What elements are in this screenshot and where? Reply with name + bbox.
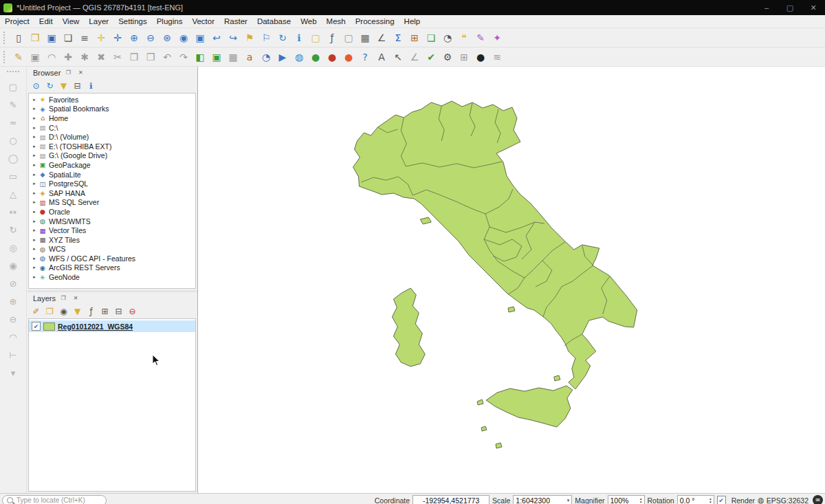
- spinner-arrows-icon[interactable]: ▴ ▾: [710, 497, 712, 504]
- zoom-to-selection-button[interactable]: ◉: [175, 30, 192, 46]
- spatial-bookmarks-browser-item[interactable]: ▸ ◈ Spatial Bookmarks: [29, 105, 195, 114]
- delete-part-button[interactable]: ⊖: [5, 311, 21, 327]
- expand-arrow-icon[interactable]: ▸: [31, 106, 38, 111]
- drive-e-browser-item[interactable]: ▸ ▤ E:\ (TOSHIBA EXT): [29, 142, 195, 151]
- browser-collapse-all-button[interactable]: ⊟: [71, 79, 84, 92]
- layers-close-icon[interactable]: ✕: [71, 294, 80, 303]
- sap-hana-browser-item[interactable]: ▸ ◈ SAP HANA: [29, 188, 195, 198]
- oracle-browser-item[interactable]: ▸ ● Oracle: [29, 207, 195, 217]
- redo-button[interactable]: ↷: [175, 49, 192, 65]
- drive-d-browser-item[interactable]: ▸ ▤ D:\ (Volume): [29, 132, 195, 142]
- wfs-browser-item[interactable]: ▸ ◍ WFS / OGC API - Features: [29, 254, 195, 263]
- fill-ring-button[interactable]: ◉: [5, 257, 21, 274]
- copy-features-button[interactable]: ❐: [126, 49, 142, 65]
- expand-arrow-icon[interactable]: ▸: [31, 237, 38, 243]
- processing-menu[interactable]: Processing: [351, 15, 399, 28]
- add-ellipse-button[interactable]: ◯: [5, 150, 21, 166]
- xyz-tiles-browser-item[interactable]: ▸ ▦ XYZ Tiles: [29, 235, 195, 245]
- toolbar-handle[interactable]: [3, 51, 8, 63]
- collapse-all-button[interactable]: ⊟: [112, 305, 125, 318]
- expand-arrow-icon[interactable]: ▸: [31, 199, 38, 205]
- move-feature-button[interactable]: ↔: [5, 204, 21, 220]
- home-browser-item[interactable]: ▸ ⌂ Home: [29, 113, 195, 123]
- layer-menu[interactable]: Layer: [84, 15, 113, 28]
- expand-arrow-icon[interactable]: ▸: [31, 246, 38, 252]
- select-by-expression-button[interactable]: ƒ: [324, 30, 340, 46]
- layer-labeling-button[interactable]: a: [241, 49, 258, 65]
- zoom-last-button[interactable]: ↩: [208, 30, 225, 46]
- offset-curve-button[interactable]: ≋: [489, 49, 505, 65]
- delete-ring-button[interactable]: ⊘: [5, 275, 21, 292]
- add-rectangle-button[interactable]: ▭: [5, 168, 21, 184]
- check-geometries-button[interactable]: ✔: [423, 49, 439, 65]
- mesh-menu[interactable]: Mesh: [322, 15, 351, 28]
- expand-arrow-icon[interactable]: ▸: [31, 209, 38, 215]
- open-attribute-table-button[interactable]: ▦: [357, 30, 373, 46]
- favorites-browser-item[interactable]: ▸ ★ Favorites: [29, 95, 195, 105]
- close-button[interactable]: ✕: [802, 0, 825, 15]
- undo-button[interactable]: ↶: [159, 49, 175, 65]
- browser-close-icon[interactable]: ✕: [76, 68, 85, 77]
- add-circle-button[interactable]: ○: [5, 132, 21, 149]
- plugin-red-button[interactable]: ●: [324, 49, 340, 65]
- maximize-button[interactable]: ▢: [778, 0, 802, 15]
- spatialite-browser-item[interactable]: ▸ ◆ SpatiaLite: [29, 170, 195, 179]
- add-feature-button[interactable]: ✚: [60, 49, 76, 65]
- layers-float-icon[interactable]: ❐: [58, 294, 68, 303]
- data-source-manager-button[interactable]: ⊞: [406, 30, 423, 46]
- zoom-next-button[interactable]: ↪: [225, 30, 241, 46]
- show-spatial-bookmarks-button[interactable]: ⚐: [258, 30, 274, 46]
- expand-arrow-icon[interactable]: ▸: [31, 181, 38, 186]
- minimize-button[interactable]: –: [755, 0, 778, 15]
- text-annotation-button[interactable]: A: [373, 49, 390, 65]
- plugin-green-button[interactable]: ●: [307, 49, 324, 65]
- raster-menu[interactable]: Raster: [219, 15, 252, 28]
- toolbar-overflow-button[interactable]: ▾: [5, 364, 21, 381]
- browser-search-button[interactable]: ⊙: [30, 79, 43, 92]
- digitize-with-curve-button[interactable]: ◠: [43, 49, 60, 65]
- georeferencer-button[interactable]: ⊞: [456, 49, 472, 65]
- edit-menu[interactable]: Edit: [34, 15, 58, 28]
- metasearch-button[interactable]: ◍: [291, 49, 307, 65]
- osm-place-search-button[interactable]: ●: [340, 49, 357, 65]
- browser-refresh-button[interactable]: ↻: [43, 79, 56, 92]
- plugins-menu[interactable]: Plugins: [152, 15, 188, 28]
- new-spatial-bookmark-button[interactable]: ⚑: [241, 30, 258, 46]
- new-3d-map-view-button[interactable]: ❏: [423, 30, 439, 46]
- expand-arrow-icon[interactable]: ▸: [31, 97, 38, 102]
- zoom-to-layer-button[interactable]: ▣: [192, 30, 208, 46]
- coordinate-input[interactable]: -192954,4521773: [412, 495, 490, 504]
- filter-by-expression-button[interactable]: ƒ: [85, 305, 98, 318]
- web-menu[interactable]: Web: [296, 15, 321, 28]
- expand-arrow-icon[interactable]: ▸: [31, 274, 38, 280]
- select-features-button[interactable]: ▢: [307, 30, 324, 46]
- expand-arrow-icon[interactable]: ▸: [31, 134, 38, 140]
- reshape-features-button[interactable]: ◠: [5, 329, 21, 345]
- geonode-browser-item[interactable]: ▸ ✳ GeoNode: [29, 272, 195, 282]
- ms-sql-server-browser-item[interactable]: ▸ ▥ MS SQL Server: [29, 198, 195, 208]
- spin-down-icon[interactable]: ▾: [710, 501, 712, 504]
- python-console-button[interactable]: ▶: [274, 49, 291, 65]
- save-project-button[interactable]: ▣: [43, 30, 60, 46]
- vector-menu[interactable]: Vector: [187, 15, 219, 28]
- expand-arrow-icon[interactable]: ▸: [31, 153, 38, 158]
- statistical-summary-button[interactable]: Σ: [390, 30, 406, 46]
- database-menu[interactable]: Database: [252, 15, 296, 28]
- browser-filter-button[interactable]: ▼: [57, 79, 70, 92]
- new-shapefile-layer-button[interactable]: ◧: [192, 49, 208, 65]
- open-project-button[interactable]: ❒: [27, 30, 43, 46]
- remove-layer-button[interactable]: ⊖: [126, 305, 139, 318]
- vertex-tool-button[interactable]: ✱: [76, 49, 93, 65]
- paste-features-button[interactable]: ❒: [142, 49, 159, 65]
- expand-arrow-icon[interactable]: ▸: [31, 256, 38, 261]
- expand-arrow-icon[interactable]: ▸: [31, 228, 38, 233]
- pan-to-selection-button[interactable]: ✛: [109, 30, 126, 46]
- filter-legend-button[interactable]: ▼: [71, 305, 84, 318]
- drive-c-browser-item[interactable]: ▸ ▤ C:\: [29, 123, 195, 133]
- drive-g-browser-item[interactable]: ▸ ▤ G:\ (Google Drive): [29, 151, 195, 161]
- add-group-button[interactable]: ❐: [43, 305, 56, 318]
- expand-arrow-icon[interactable]: ▸: [31, 219, 38, 224]
- rotation-spinbox[interactable]: 0.0 ° ▴ ▾: [677, 495, 714, 504]
- wms-wmts-browser-item[interactable]: ▸ ◍ WMS/WMTS: [29, 217, 195, 226]
- dark-globe-button[interactable]: ●: [472, 49, 489, 65]
